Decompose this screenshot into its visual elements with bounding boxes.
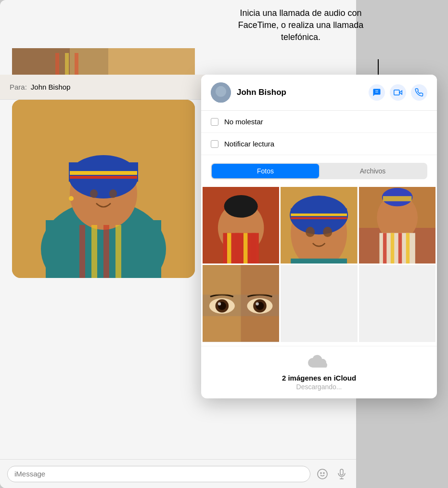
details-header: John Bishop [201,75,437,111]
svg-rect-15 [70,176,137,179]
svg-rect-14 [70,171,137,175]
photo-cell-1[interactable] [203,187,279,264]
photo-cell-6-empty [359,265,435,342]
photo-grid-row2 [201,264,437,342]
svg-rect-62 [383,233,386,264]
svg-rect-78 [203,265,241,295]
svg-point-23 [318,469,327,479]
phone-action-button[interactable] [411,84,427,101]
svg-point-38 [224,195,258,218]
do-not-disturb-label: No molestar [224,118,263,126]
photo-cell-5-empty [281,265,357,342]
svg-rect-53 [291,259,347,264]
svg-rect-41 [235,233,239,264]
icloud-icon [307,354,331,371]
emoji-button[interactable] [315,467,330,481]
svg-point-17 [109,189,117,198]
svg-point-31 [215,95,227,103]
svg-rect-79 [241,265,280,295]
photo-cell-4[interactable] [203,265,279,342]
to-label: Para: [10,83,27,91]
callout-text: Inicia una llamada de audio con FaceTime… [221,7,380,44]
svg-rect-5 [75,53,78,75]
input-bar [0,459,356,488]
svg-rect-1 [12,48,70,75]
svg-point-24 [320,473,321,474]
svg-rect-50 [291,217,347,219]
svg-rect-3 [55,53,59,75]
contact-name: John Bishop [237,88,369,97]
svg-point-51 [306,227,315,237]
icloud-subtitle: Descargando... [211,383,427,391]
icloud-section: 2 imágenes en iCloud Descargando... [201,346,437,398]
svg-rect-22 [115,225,121,278]
photo-cell-2[interactable] [281,187,357,264]
icloud-title: 2 imágenes en iCloud [211,374,427,382]
svg-rect-19 [79,225,85,278]
message-action-button[interactable] [369,84,385,101]
svg-rect-80 [203,317,241,342]
contact-avatar [211,82,231,103]
action-buttons [369,84,427,101]
notify-read-checkbox[interactable] [211,140,218,148]
svg-point-16 [90,189,98,198]
svg-rect-49 [291,213,347,216]
svg-rect-40 [227,233,231,264]
svg-rect-65 [406,233,409,264]
photo-grid-row1 [201,187,437,264]
svg-rect-33 [394,90,399,95]
photo-cell-3[interactable] [359,187,435,264]
svg-rect-81 [241,317,280,342]
do-not-disturb-row[interactable]: No molestar [201,111,437,133]
imessage-input[interactable] [7,466,310,482]
svg-point-25 [323,473,324,474]
to-name: John Bishop [31,83,71,91]
svg-rect-43 [252,233,256,264]
fotos-segment-button[interactable]: Fotos [212,164,319,178]
svg-rect-20 [91,225,97,278]
svg-rect-2 [108,48,195,75]
svg-rect-60 [383,196,411,201]
svg-point-52 [323,227,332,237]
audio-button[interactable] [334,467,349,481]
svg-rect-42 [243,233,247,264]
details-body: No molestar Notificar lectura Fotos Arch… [201,111,437,398]
notify-read-label: Notificar lectura [224,140,274,148]
svg-point-29 [211,82,231,103]
archivos-segment-button[interactable]: Archivos [319,164,426,178]
svg-point-73 [218,303,221,305]
svg-rect-63 [391,233,394,264]
message-photo-top [12,48,195,75]
svg-point-18 [69,196,74,201]
callout-content: Inicia una llamada de audio con FaceTime… [238,8,363,42]
segment-control: Fotos Archivos [211,163,427,179]
do-not-disturb-checkbox[interactable] [211,118,218,126]
notify-read-row[interactable]: Notificar lectura [201,133,437,155]
svg-rect-64 [398,233,401,264]
svg-rect-21 [103,225,109,278]
details-panel: John Bishop [201,75,437,398]
video-action-button[interactable] [390,84,406,101]
svg-rect-26 [340,469,343,475]
svg-rect-4 [65,53,69,75]
message-photo-large [12,100,195,278]
svg-point-30 [217,86,225,94]
svg-marker-32 [399,91,402,94]
svg-point-77 [256,303,258,305]
